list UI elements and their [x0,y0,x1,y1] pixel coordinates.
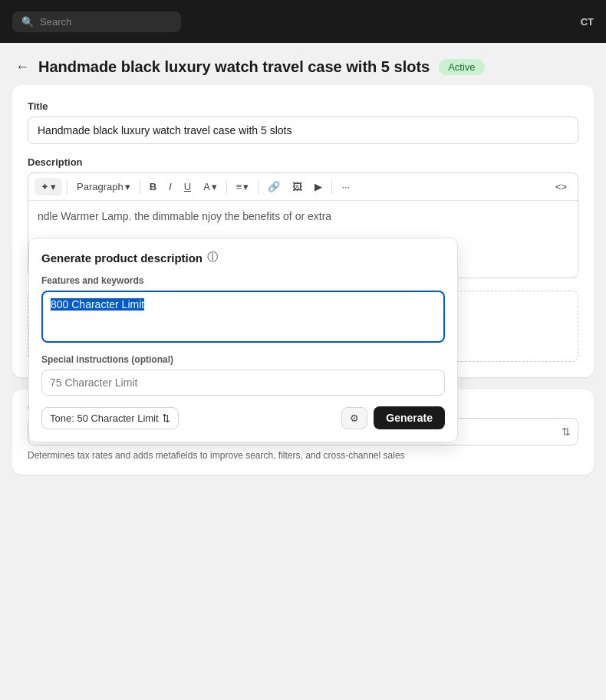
text-color-button[interactable]: A ▾ [199,178,222,196]
search-icon: 🔍 [21,16,34,28]
code-icon: <> [555,181,567,192]
editor-text: ndle Warmer Lamp. the dimmable njoy the … [38,210,331,222]
bold-button[interactable]: B [145,178,161,196]
search-bar[interactable]: 🔍 Search [12,12,181,32]
features-textarea[interactable]: 800 Character Limit [41,291,445,343]
tone-select[interactable]: Tone: 50 Character Limit ⇅ [41,407,179,429]
toolbar-separator-4 [258,180,259,194]
more-icon: ··· [341,181,350,192]
align-icon: ≡ [236,181,242,192]
ai-dropdown-arrow: ▾ [51,181,56,192]
top-bar: 🔍 Search CT [0,0,606,43]
paragraph-arrow: ▾ [125,181,130,192]
ai-popup-title-text: Generate product description [41,251,203,265]
underline-icon: U [184,181,191,192]
editor-wrapper: ✦ ▾ Paragraph ▾ B I U A ▾ [28,173,578,278]
top-bar-right-label: CT [581,16,594,28]
paragraph-button[interactable]: Paragraph ▾ [72,178,135,196]
search-placeholder: Search [40,16,71,28]
text-color-icon: A [203,181,210,192]
ai-sparkle-icon: ✦ [41,181,49,192]
italic-icon: I [169,181,172,192]
toolbar-separator-5 [331,180,332,194]
bold-icon: B [150,181,156,192]
title-input[interactable] [28,117,578,144]
status-badge: Active [439,59,484,75]
tone-chevron-icon: ⇅ [162,412,170,424]
instructions-input[interactable] [41,370,445,396]
italic-button[interactable]: I [164,178,176,196]
page-header: ← Handmade black luxury watch travel cas… [0,43,606,85]
title-label: Title [28,100,578,112]
link-icon: 🔗 [268,181,280,192]
text-color-arrow: ▾ [212,181,217,192]
popup-footer: Tone: 50 Character Limit ⇅ ⚙ Generate [41,406,445,429]
instructions-label: Special instructions (optional) [41,354,445,365]
description-label: Description [28,156,578,168]
more-button[interactable]: ··· [337,178,354,196]
align-arrow: ▾ [243,181,249,192]
category-hint: Determines tax rates and adds metafields… [28,450,578,470]
filter-icon: ⚙ [350,412,359,424]
tone-label: Tone: 50 Character Limit [50,412,159,424]
paragraph-label: Paragraph [77,181,124,192]
video-icon: ▶ [315,181,322,192]
main-card: Title Description ✦ ▾ Paragraph ▾ B I U [12,85,594,377]
code-button[interactable]: <> [551,178,571,196]
toolbar-separator-1 [67,180,68,194]
back-button[interactable]: ← [15,59,29,75]
video-button[interactable]: ▶ [310,178,327,196]
page-title: Handmade black luxury watch travel case … [38,58,430,76]
filter-button[interactable]: ⚙ [341,407,367,429]
link-button[interactable]: 🔗 [263,178,285,196]
image-button[interactable]: 🖼 [288,178,307,196]
ai-toolbar-button[interactable]: ✦ ▾ [35,178,62,196]
ai-popup-title: Generate product description ⓘ [41,251,445,265]
underline-button[interactable]: U [179,178,196,196]
ai-generate-popup: Generate product description ⓘ Features … [28,238,458,442]
info-icon: ⓘ [207,251,218,265]
editor-area: Generate product description ⓘ Features … [28,201,578,278]
generate-button[interactable]: Generate [374,406,445,429]
align-button[interactable]: ≡ ▾ [232,178,254,196]
editor-toolbar: ✦ ▾ Paragraph ▾ B I U A ▾ [28,173,578,201]
image-icon: 🖼 [292,181,302,192]
toolbar-separator-2 [140,180,140,194]
toolbar-separator-3 [226,180,227,194]
features-label: Features and keywords [41,275,445,286]
